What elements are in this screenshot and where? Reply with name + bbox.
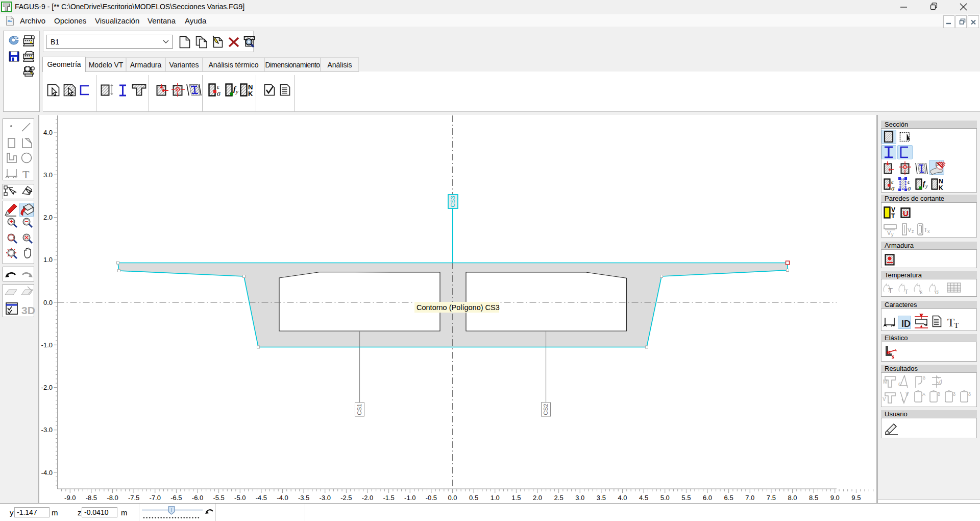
svg-text:7.5: 7.5 (767, 494, 776, 502)
svg-text:3D: 3D (21, 304, 35, 316)
svg-text:6.5: 6.5 (724, 494, 733, 502)
svg-text:-6.0: -6.0 (192, 494, 203, 502)
svg-text:V: V (883, 396, 886, 402)
svg-text:K: K (939, 184, 943, 192)
svg-text:T: T (904, 289, 909, 296)
svg-text:-7.5: -7.5 (128, 494, 139, 502)
svg-text:d: d (939, 379, 942, 385)
svg-text:-4.5: -4.5 (256, 494, 267, 502)
svg-text:ε: ε (898, 381, 901, 387)
svg-text:y: y (925, 183, 928, 189)
svg-text:V: V (905, 391, 909, 397)
svg-text:4.5: 4.5 (639, 494, 648, 502)
svg-text:1.0: 1.0 (491, 494, 500, 502)
svg-text:-4.0: -4.0 (277, 494, 288, 502)
svg-text:δ: δ (953, 392, 955, 397)
svg-text:-3.0: -3.0 (320, 494, 331, 502)
svg-text:4.0: 4.0 (43, 129, 53, 136)
svg-text:0.0: 0.0 (448, 494, 457, 502)
svg-text:CS1: CS1 (356, 404, 362, 415)
svg-text:3.5: 3.5 (597, 494, 606, 502)
svg-text:T: T (947, 316, 954, 329)
svg-text:K: K (248, 90, 253, 97)
svg-text:δ: δ (968, 392, 971, 397)
svg-text:V: V (887, 230, 891, 236)
svg-text:5.5: 5.5 (681, 494, 691, 502)
svg-text:T: T (22, 168, 30, 180)
svg-text:z: z (912, 229, 914, 234)
svg-text:2.5: 2.5 (554, 494, 564, 502)
svg-text:A: A (922, 392, 925, 397)
svg-text:N: N (939, 178, 943, 185)
svg-text:3.0: 3.0 (575, 494, 584, 502)
svg-text:9.0: 9.0 (830, 494, 840, 502)
svg-text:-5.5: -5.5 (213, 494, 224, 502)
svg-text:T: T (954, 321, 959, 329)
svg-text:-7.0: -7.0 (150, 494, 161, 502)
svg-text:σ: σ (908, 184, 911, 192)
svg-text:1.5: 1.5 (511, 494, 521, 502)
svg-text:-2.5: -2.5 (340, 494, 352, 502)
svg-text:-1.5: -1.5 (383, 494, 394, 502)
svg-text:T: T (888, 286, 893, 295)
svg-text:-8.0: -8.0 (107, 494, 118, 502)
svg-text:-8.5: -8.5 (86, 494, 97, 502)
svg-text:8.5: 8.5 (809, 494, 818, 502)
svg-text:CS3: CS3 (450, 196, 456, 207)
svg-text:1.0: 1.0 (43, 256, 53, 264)
svg-text:T: T (891, 212, 895, 220)
svg-text:-1.0: -1.0 (41, 341, 53, 349)
svg-text:ID: ID (901, 319, 911, 329)
svg-text:T: T (924, 227, 927, 233)
svg-text:y: y (235, 88, 238, 94)
svg-text:-0.5: -0.5 (426, 494, 437, 502)
svg-text:-1.0: -1.0 (404, 494, 415, 502)
svg-text:0.5: 0.5 (469, 494, 478, 502)
svg-text:4.0: 4.0 (618, 494, 627, 502)
svg-text:2.0: 2.0 (43, 214, 53, 221)
svg-text:V: V (908, 227, 912, 233)
svg-text:0.0: 0.0 (43, 299, 53, 306)
svg-text:-6.5: -6.5 (170, 494, 182, 502)
svg-text:x: x (927, 229, 930, 234)
svg-text:6.0: 6.0 (703, 494, 712, 502)
svg-text:-2.0: -2.0 (362, 494, 373, 502)
svg-text:ε: ε (920, 289, 923, 296)
svg-text:δ: δ (923, 375, 925, 381)
svg-text:U: U (903, 209, 909, 218)
svg-text:Contorno (Polígono) CS3: Contorno (Polígono) CS3 (416, 303, 500, 312)
svg-text:-9.0: -9.0 (64, 494, 76, 502)
svg-text:y: y (891, 232, 894, 237)
svg-text:-5.0: -5.0 (234, 494, 246, 502)
svg-text:5.0: 5.0 (660, 494, 670, 502)
svg-text:σ: σ (217, 90, 221, 97)
svg-text:M: M (883, 379, 887, 385)
svg-text:3.0: 3.0 (43, 171, 53, 179)
svg-text:-2.0: -2.0 (41, 384, 53, 391)
svg-text:σ: σ (891, 184, 895, 192)
svg-text:9.5: 9.5 (851, 494, 861, 502)
svg-text:σ: σ (935, 289, 939, 296)
svg-text:-3.5: -3.5 (298, 494, 309, 502)
svg-text:-3.0: -3.0 (41, 426, 53, 434)
svg-text:8.0: 8.0 (788, 494, 797, 502)
svg-text:δ: δ (938, 392, 940, 397)
svg-text:7.0: 7.0 (745, 494, 754, 502)
svg-text:2.0: 2.0 (533, 494, 542, 502)
svg-text:-4.0: -4.0 (41, 469, 53, 477)
svg-text:CS2: CS2 (543, 404, 549, 415)
svg-text:ε: ε (217, 83, 220, 90)
svg-text:s: s (892, 352, 894, 359)
